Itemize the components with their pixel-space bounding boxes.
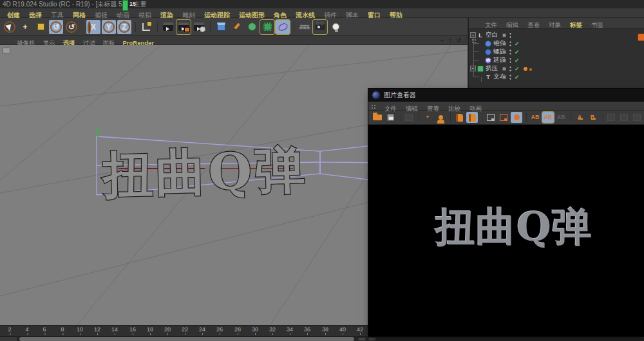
timeline-tick: 36: [304, 326, 310, 333]
layer-color-swatch[interactable]: [502, 33, 506, 37]
vp-zoom-icon[interactable]: ↕: [446, 36, 455, 45]
timeline-tick: 28: [234, 326, 241, 333]
object-tag-dots-icon[interactable]: [524, 67, 527, 71]
rendered-image-text: 扭曲Q弹: [435, 207, 592, 247]
timeline-tick: 10: [77, 326, 83, 333]
last-used-tool-icon[interactable]: ↺: [64, 20, 79, 34]
compare-swap-icon[interactable]: AB: [555, 112, 567, 123]
render-view-icon[interactable]: [161, 20, 175, 34]
timeline-tick: 4: [25, 326, 28, 333]
add-deformer-icon[interactable]: [260, 20, 274, 34]
picture-viewer-grip-icon: [371, 104, 376, 109]
layers-icon[interactable]: [403, 112, 415, 123]
visibility-dots-icon[interactable]: [509, 49, 511, 55]
tree-connector: [481, 77, 482, 82]
timeline-tick: 12: [94, 326, 100, 333]
scrollbar-thumb[interactable]: [19, 337, 354, 341]
fold-all-icon[interactable]: [466, 112, 478, 123]
object-label: 空白: [486, 31, 498, 39]
layer-color-swatch[interactable]: [502, 75, 506, 79]
main-menu-bar: 创建选择工具网格捕捉动画模拟渲染雕刻运动跟踪运动图形角色流水线插件脚本窗口帮助: [0, 8, 644, 18]
lock-y-axis-icon[interactable]: Y: [102, 20, 116, 34]
rotate-tool-icon[interactable]: ↺: [49, 20, 63, 34]
enabled-check-icon[interactable]: [515, 57, 521, 64]
layer-color-swatch[interactable]: [502, 50, 506, 54]
set-image-b-icon[interactable]: B: [587, 112, 598, 123]
timeline-tick: 20: [164, 326, 171, 333]
move-tool-icon[interactable]: +: [18, 20, 32, 34]
render-settings-icon[interactable]: [192, 20, 206, 34]
add-field-icon[interactable]: [276, 20, 290, 34]
lock-x-axis-icon[interactable]: X: [86, 20, 100, 34]
zoom-region-icon[interactable]: [511, 112, 522, 123]
dock-tag-icon[interactable]: [638, 33, 644, 41]
object-null[interactable]: L 空白: [469, 31, 644, 39]
object-extrude[interactable]: 挤压: [469, 64, 644, 73]
extra-option-1-icon[interactable]: [605, 112, 617, 123]
save-image-icon[interactable]: [384, 112, 396, 123]
picture-viewer-title-bar[interactable]: 图片查看器: [368, 89, 644, 102]
visibility-dots-icon[interactable]: [509, 66, 511, 71]
object-type-icon: W: [485, 57, 491, 64]
viewport-corner-icon[interactable]: [3, 48, 10, 53]
object-tree: L 空白 锥化: [469, 29, 644, 81]
scale-tool-icon[interactable]: [33, 20, 48, 34]
add-cube-icon[interactable]: [214, 20, 228, 34]
timeline-tick: 24: [199, 326, 205, 333]
visibility-dots-icon[interactable]: [509, 74, 511, 80]
enabled-check-icon[interactable]: [515, 74, 521, 80]
timeline-tick: 22: [182, 326, 188, 333]
horizontal-scrollbar[interactable]: [0, 336, 644, 341]
layer-color-swatch[interactable]: [502, 42, 506, 46]
object-type-icon: T: [485, 74, 491, 80]
enabled-check-icon[interactable]: [515, 41, 521, 47]
timeline-tick: 42: [357, 326, 363, 333]
tree-connector: [473, 35, 474, 69]
visibility-dots-icon[interactable]: [509, 57, 511, 63]
lock-z-axis-icon[interactable]: Z: [117, 20, 131, 34]
visibility-dots-icon[interactable]: [509, 32, 511, 38]
compare-side-by-side-icon[interactable]: AB: [542, 112, 554, 123]
set-image-a-icon[interactable]: A: [574, 112, 585, 123]
extra-option-2-icon[interactable]: [618, 112, 630, 123]
add-camera-icon[interactable]: [313, 20, 327, 34]
add-spline-pen-icon[interactable]: [229, 20, 243, 34]
extra-option-3-icon[interactable]: [631, 112, 643, 123]
object-text[interactable]: T 文本: [469, 73, 644, 81]
picture-viewer-window: 图片查看器 文件编辑查看比较动画 +: [368, 89, 644, 336]
fold-single-icon[interactable]: [453, 112, 465, 123]
scrollbar-button[interactable]: [358, 337, 366, 341]
compare-ab-icon[interactable]: AB: [529, 112, 541, 123]
timeline-tick: 26: [216, 326, 223, 333]
vp-rotate-icon[interactable]: ↺: [455, 36, 463, 45]
object-spiral[interactable]: 螺旋: [469, 48, 644, 56]
object-delay[interactable]: W 延迟: [469, 56, 644, 64]
visibility-dots-icon[interactable]: [509, 41, 511, 46]
pan-image-icon[interactable]: +: [422, 112, 433, 123]
enabled-check-icon[interactable]: [515, 49, 521, 55]
scrollbar-button[interactable]: [368, 337, 376, 341]
layer-color-swatch[interactable]: [502, 67, 506, 71]
zoom-fit-icon[interactable]: [485, 112, 497, 123]
object-type-icon: L: [477, 32, 484, 39]
open-image-icon[interactable]: [372, 112, 383, 123]
zoom-100-icon[interactable]: [498, 112, 509, 123]
add-light-icon[interactable]: [328, 20, 343, 34]
timeline-tick: 16: [129, 326, 136, 333]
object-taper[interactable]: 锥化: [469, 39, 644, 48]
picture-viewer-canvas[interactable]: 扭曲Q弹: [368, 125, 644, 336]
timeline-tick: 6: [43, 326, 46, 333]
timeline-tick: 32: [269, 326, 276, 333]
add-generator-icon[interactable]: [245, 20, 259, 34]
add-floor-icon[interactable]: [298, 20, 312, 34]
vp-pan-icon[interactable]: +: [438, 36, 446, 45]
render-to-picture-viewer-icon[interactable]: [176, 20, 191, 34]
viewport-wireframe-text[interactable]: 扭曲Q弹: [100, 140, 308, 203]
timeline-playhead[interactable]: [122, 0, 128, 11]
navigator-icon[interactable]: [435, 112, 446, 123]
layer-color-swatch[interactable]: [502, 59, 506, 62]
timeline-tick: 2: [8, 326, 11, 333]
live-selection-tool-icon[interactable]: [3, 20, 17, 34]
enabled-check-icon[interactable]: [515, 66, 521, 72]
coordinate-system-icon[interactable]: [139, 20, 153, 34]
